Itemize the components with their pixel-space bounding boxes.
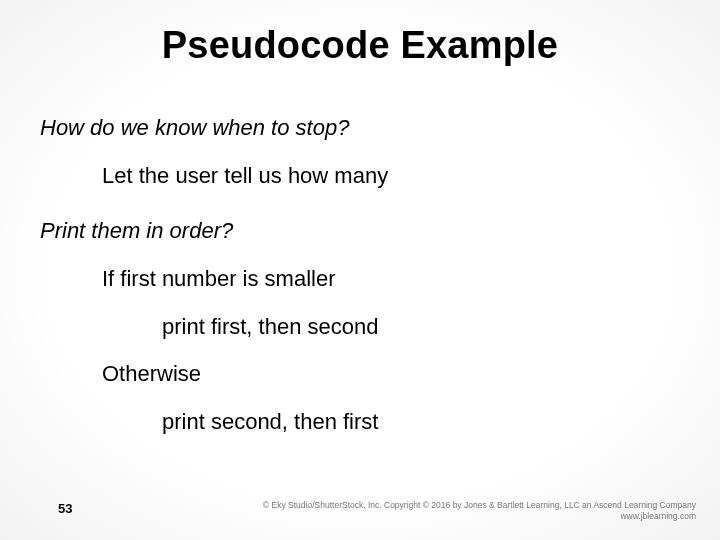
copyright-line-2: www.jblearning.com bbox=[263, 511, 696, 522]
copyright: © Eky Studio/ShutterStock, Inc. Copyrigh… bbox=[263, 500, 696, 522]
page-number: 53 bbox=[58, 501, 72, 516]
slide-content: How do we know when to stop? Let the use… bbox=[40, 113, 680, 437]
answer-2-line-1: If first number is smaller bbox=[102, 264, 680, 294]
answer-2-line-2: print first, then second bbox=[162, 312, 680, 342]
slide-title: Pseudocode Example bbox=[40, 24, 680, 67]
answer-2-line-4: print second, then first bbox=[162, 407, 680, 437]
slide: Pseudocode Example How do we know when t… bbox=[0, 0, 720, 540]
question-2: Print them in order? bbox=[40, 216, 680, 246]
answer-2-line-3: Otherwise bbox=[102, 359, 680, 389]
question-1: How do we know when to stop? bbox=[40, 113, 680, 143]
answer-1: Let the user tell us how many bbox=[102, 161, 680, 191]
copyright-line-1: © Eky Studio/ShutterStock, Inc. Copyrigh… bbox=[263, 500, 696, 511]
